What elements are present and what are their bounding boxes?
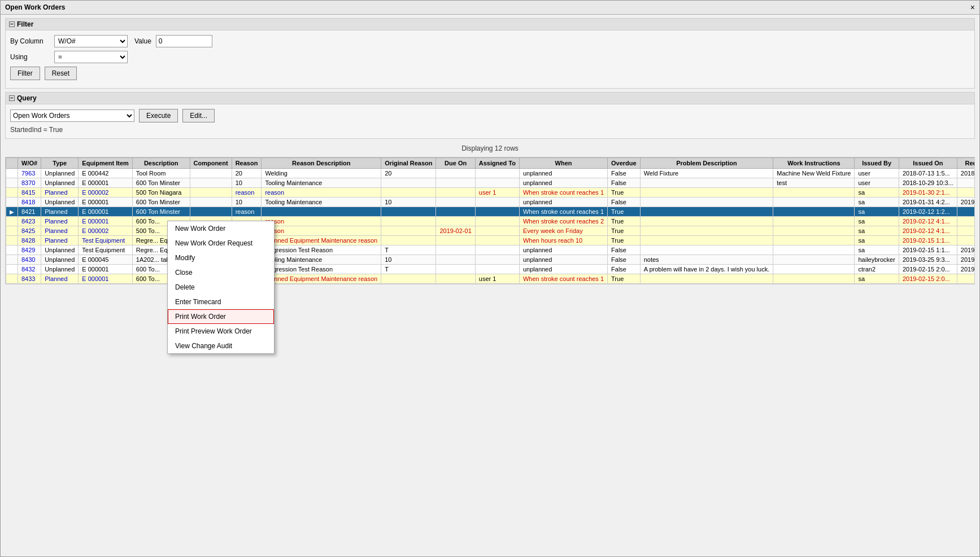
- col-header-overdue[interactable]: Overdue: [608, 158, 641, 169]
- cell-wo[interactable]: 8418: [18, 198, 41, 207]
- col-header-icon[interactable]: [6, 158, 18, 169]
- by-column-select[interactable]: W/O# Type Equipment Item Description Com…: [54, 35, 128, 47]
- col-header-reason-desc[interactable]: Reason Description: [262, 158, 381, 169]
- col-header-due-on[interactable]: Due On: [436, 158, 475, 169]
- table-row[interactable]: 8425 Planned E 000002 500 To... reason 2…: [6, 226, 975, 236]
- query-collapse-icon[interactable]: −: [9, 95, 15, 101]
- table-row[interactable]: ▶ 8421 Planned E 000001 600 Ton Minster …: [6, 207, 975, 217]
- col-header-wo[interactable]: W/O#: [18, 158, 41, 169]
- table-row[interactable]: 8433 Planned E 000001 600 To... ason Pla…: [6, 274, 975, 284]
- cell-when: unplanned: [519, 178, 607, 188]
- cell-wo[interactable]: 8423: [18, 217, 41, 226]
- cell-wo[interactable]: 8370: [18, 178, 41, 188]
- cell-work-instr: Machine New Weld Fixture: [773, 169, 855, 178]
- col-header-reason[interactable]: Reason: [232, 158, 262, 169]
- row-indicator: [6, 226, 18, 236]
- context-menu-item-delete[interactable]: Delete: [168, 280, 274, 295]
- query-select[interactable]: Open Work Orders All Work Orders Closed …: [10, 109, 134, 122]
- col-header-assigned-to[interactable]: Assigned To: [475, 158, 519, 169]
- cell-wo[interactable]: 7963: [18, 169, 41, 178]
- cell-reason-desc: reason: [262, 217, 381, 226]
- cell-wo[interactable]: 8425: [18, 226, 41, 236]
- cell-wo[interactable]: 8433: [18, 274, 41, 284]
- cell-wo[interactable]: 8432: [18, 265, 41, 274]
- close-button[interactable]: ×: [970, 3, 975, 12]
- using-select[interactable]: = != < > <= >= LIKE: [54, 51, 128, 63]
- cell-wo[interactable]: 8428: [18, 236, 41, 245]
- cell-issued-on: 2019-02-15 1:1...: [899, 236, 957, 245]
- context-menu-item-print-work-order[interactable]: Print Work Order: [168, 309, 274, 324]
- col-header-work-instr[interactable]: Work Instructions: [773, 158, 855, 169]
- cell-overdue: False: [608, 265, 641, 274]
- cell-due-on: [436, 265, 475, 274]
- context-menu-item-enter-timecard[interactable]: Enter Timecard: [168, 295, 274, 309]
- cell-reason-desc: Regression Test Reason: [262, 245, 381, 255]
- table-row[interactable]: 8423 Planned E 000001 600 To... reason W…: [6, 217, 975, 226]
- cell-when: unplanned: [519, 265, 607, 274]
- reset-button[interactable]: Reset: [45, 67, 77, 80]
- cell-due-on: [436, 188, 475, 198]
- col-header-when[interactable]: When: [519, 158, 607, 169]
- cell-issued-by: haileybrocker: [855, 255, 899, 265]
- col-header-problem-desc[interactable]: Problem Description: [640, 158, 773, 169]
- col-header-requested-on[interactable]: Requested On: [957, 158, 975, 169]
- table-row[interactable]: 8428 Planned Test Equipment Regre... Equ…: [6, 236, 975, 245]
- col-header-orig-reason[interactable]: Original Reason: [381, 158, 436, 169]
- cell-wo[interactable]: 8415: [18, 188, 41, 198]
- cell-desc: Tool Room: [132, 169, 190, 178]
- table-row[interactable]: 8418 Unplanned E 000001 600 Ton Minster …: [6, 198, 975, 207]
- filter-collapse-icon[interactable]: −: [9, 21, 15, 27]
- cell-reason-desc: Tooling Maintenance: [262, 198, 381, 207]
- cell-due-on: [436, 178, 475, 188]
- filter-value-input[interactable]: [156, 35, 212, 47]
- work-orders-table-container[interactable]: W/O# Type Equipment Item Description Com…: [5, 157, 975, 284]
- cell-wo[interactable]: 8429: [18, 245, 41, 255]
- context-menu-item-print-preview-work-order[interactable]: Print Preview Work Order: [168, 324, 274, 339]
- execute-button[interactable]: Execute: [139, 109, 178, 122]
- col-header-component[interactable]: Component: [190, 158, 232, 169]
- col-header-equip[interactable]: Equipment Item: [79, 158, 133, 169]
- cell-equip: E 000045: [79, 255, 133, 265]
- row-indicator: [6, 178, 18, 188]
- col-header-issued-on[interactable]: Issued On: [899, 158, 957, 169]
- filter-body: By Column W/O# Type Equipment Item Descr…: [6, 30, 974, 88]
- cell-equip: Test Equipment: [79, 236, 133, 245]
- query-condition: StartedInd = True: [10, 126, 970, 134]
- table-row[interactable]: 7963 Unplanned E 000442 Tool Room 20 Wel…: [6, 169, 975, 178]
- cell-orig-reason: [381, 188, 436, 198]
- cell-work-instr: test: [773, 178, 855, 188]
- col-header-type[interactable]: Type: [41, 158, 79, 169]
- cell-wo[interactable]: 8421: [18, 207, 41, 217]
- cell-problem-desc: [640, 274, 773, 284]
- cell-when: When stroke count reaches 1: [519, 188, 607, 198]
- table-row[interactable]: 8429 Unplanned Test Equipment Regre... E…: [6, 245, 975, 255]
- cell-orig-reason: [381, 274, 436, 284]
- table-row[interactable]: 8432 Unplanned E 000001 600 To... Regres…: [6, 265, 975, 274]
- context-menu-item-new-work-order[interactable]: New Work Order: [168, 221, 274, 236]
- cell-requested-on: [957, 274, 975, 284]
- cell-issued-on: 2019-03-25 9:3...: [899, 255, 957, 265]
- col-header-issued-by[interactable]: Issued By: [855, 158, 899, 169]
- cell-wo[interactable]: 8430: [18, 255, 41, 265]
- table-body: 7963 Unplanned E 000442 Tool Room 20 Wel…: [6, 169, 975, 284]
- col-header-desc[interactable]: Description: [132, 158, 190, 169]
- cell-overdue: True: [608, 274, 641, 284]
- context-menu-item-new-work-order-request[interactable]: New Work Order Request: [168, 236, 274, 251]
- cell-when: unplanned: [519, 198, 607, 207]
- context-menu-item-view-change-audit[interactable]: View Change Audit: [168, 339, 274, 353]
- table-row[interactable]: 8370 Unplanned E 000001 600 Ton Minster …: [6, 178, 975, 188]
- cell-equip: Test Equipment: [79, 245, 133, 255]
- filter-button[interactable]: Filter: [10, 67, 40, 80]
- cell-problem-desc: [640, 207, 773, 217]
- cell-component: [190, 169, 232, 178]
- cell-issued-by: sa: [855, 207, 899, 217]
- table-row[interactable]: 8430 Unplanned E 000045 1A202... table T…: [6, 255, 975, 265]
- cell-requested-on: [957, 217, 975, 226]
- cell-issued-on: 2019-01-31 4:2...: [899, 198, 957, 207]
- context-menu-item-close[interactable]: Close: [168, 265, 274, 280]
- edit-button[interactable]: Edit...: [182, 109, 215, 122]
- cell-issued-on: 2019-02-12 1:2...: [899, 207, 957, 217]
- row-indicator: ▶: [6, 207, 18, 217]
- table-row[interactable]: 8415 Planned E 000002 500 Ton Niagara re…: [6, 188, 975, 198]
- context-menu-item-modify[interactable]: Modify: [168, 251, 274, 265]
